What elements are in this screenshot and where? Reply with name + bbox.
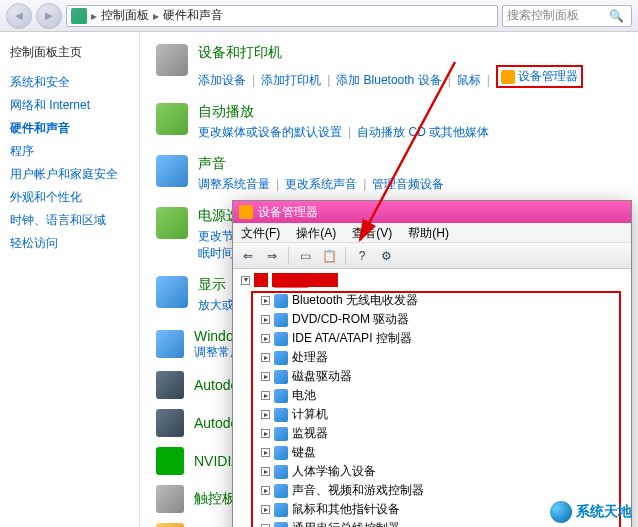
back-button[interactable]: ◄ xyxy=(6,3,32,29)
separator: | xyxy=(276,177,279,191)
menubar: 文件(F)操作(A)查看(V)帮助(H) xyxy=(233,223,631,243)
sidebar-item[interactable]: 硬件和声音 xyxy=(10,117,129,140)
separator xyxy=(345,247,346,265)
menu-item[interactable]: 操作(A) xyxy=(288,223,344,242)
category-icon xyxy=(156,44,188,76)
toolbar-forward-button[interactable]: ⇒ xyxy=(261,246,283,266)
separator: | xyxy=(487,73,490,87)
sidebar-item[interactable]: 轻松访问 xyxy=(10,232,129,255)
annotation-box xyxy=(251,291,621,527)
applet-icon xyxy=(156,330,184,358)
sidebar-item[interactable]: 时钟、语言和区域 xyxy=(10,209,129,232)
category-icon xyxy=(156,207,188,239)
sidebar-title: 控制面板主页 xyxy=(10,44,129,61)
applet-icon xyxy=(156,447,184,475)
category-link[interactable]: 鼠标 xyxy=(457,73,481,87)
breadcrumb[interactable]: ▸ 控制面板 ▸ 硬件和声音 xyxy=(66,5,498,27)
category: 声音调整系统音量|更改系统声音|管理音频设备 xyxy=(156,155,622,193)
collapse-icon[interactable]: ▾ xyxy=(241,276,250,285)
applet-icon xyxy=(156,485,184,513)
menu-item[interactable]: 查看(V) xyxy=(344,223,400,242)
tree-root[interactable]: ▾ ████ xyxy=(241,273,623,287)
category-link[interactable]: 更改系统声音 xyxy=(285,177,357,191)
link-text: 设备管理器 xyxy=(518,68,578,85)
search-icon[interactable]: 🔍 xyxy=(609,9,624,23)
device-manager-link[interactable]: 设备管理器 xyxy=(496,65,583,88)
category-link[interactable]: 添加设备 xyxy=(198,73,246,87)
category-link[interactable]: 调整系统音量 xyxy=(198,177,270,191)
category-icon xyxy=(156,155,188,187)
applet-icon xyxy=(156,409,184,437)
toolbar-back-button[interactable]: ⇐ xyxy=(237,246,259,266)
applet-title[interactable]: 触控板 xyxy=(194,490,236,508)
category-title[interactable]: 设备和打印机 xyxy=(198,44,583,62)
device-tree: ▾ ████ ▸Bluetooth 无线电收发器▸DVD/CD-ROM 驱动器▸… xyxy=(233,269,631,527)
category-link[interactable]: 管理音频设备 xyxy=(372,177,444,191)
applet-icon xyxy=(156,523,184,528)
category-icon xyxy=(156,276,188,308)
category-links: 调整系统音量|更改系统声音|管理音频设备 xyxy=(198,176,444,193)
breadcrumb-current[interactable]: 硬件和声音 xyxy=(159,7,227,24)
menu-item[interactable]: 帮助(H) xyxy=(400,223,457,242)
window-titlebar[interactable]: 设备管理器 xyxy=(233,201,631,223)
separator: | xyxy=(348,125,351,139)
category-link[interactable]: 添加 Bluetooth 设备 xyxy=(336,73,441,87)
separator: | xyxy=(327,73,330,87)
category-icon xyxy=(156,103,188,135)
sidebar: 控制面板主页 系统和安全网络和 Internet硬件和声音程序用户帐户和家庭安全… xyxy=(0,32,140,527)
toolbar-help-button[interactable]: ? xyxy=(351,246,373,266)
shield-icon xyxy=(501,70,515,84)
category-link[interactable]: 自动播放 CD 或其他媒体 xyxy=(357,125,489,139)
sidebar-item[interactable]: 外观和个性化 xyxy=(10,186,129,209)
forward-button[interactable]: ► xyxy=(36,3,62,29)
category: 自动播放更改媒体或设备的默认设置|自动播放 CD 或其他媒体 xyxy=(156,103,622,141)
toolbar-properties-button[interactable]: ▭ xyxy=(294,246,316,266)
toolbar: ⇐ ⇒ ▭ 📋 ? ⚙ xyxy=(233,243,631,269)
address-bar: ◄ ► ▸ 控制面板 ▸ 硬件和声音 搜索控制面板 🔍 xyxy=(0,0,638,32)
separator: | xyxy=(448,73,451,87)
category-title[interactable]: 声音 xyxy=(198,155,444,173)
device-manager-window: 设备管理器 文件(F)操作(A)查看(V)帮助(H) ⇐ ⇒ ▭ 📋 ? ⚙ ▾… xyxy=(232,200,632,527)
separator: | xyxy=(252,73,255,87)
computer-name: ████ xyxy=(272,273,338,287)
category: 设备和打印机添加设备|添加打印机|添加 Bluetooth 设备|鼠标|设备管理… xyxy=(156,44,622,89)
menu-item[interactable]: 文件(F) xyxy=(233,223,288,242)
separator xyxy=(288,247,289,265)
search-input[interactable]: 搜索控制面板 🔍 xyxy=(502,5,632,27)
applet-icon xyxy=(156,371,184,399)
sidebar-item[interactable]: 程序 xyxy=(10,140,129,163)
device-manager-icon xyxy=(239,205,253,219)
separator: | xyxy=(363,177,366,191)
sidebar-item[interactable]: 系统和安全 xyxy=(10,71,129,94)
category-link[interactable]: 更改媒体或设备的默认设置 xyxy=(198,125,342,139)
category-links: 添加设备|添加打印机|添加 Bluetooth 设备|鼠标|设备管理器 xyxy=(198,65,583,89)
toolbar-scan-button[interactable]: ⚙ xyxy=(375,246,397,266)
search-placeholder: 搜索控制面板 xyxy=(507,7,579,24)
category-link[interactable]: 添加打印机 xyxy=(261,73,321,87)
category-title[interactable]: 自动播放 xyxy=(198,103,489,121)
control-panel-icon xyxy=(71,8,87,24)
computer-icon xyxy=(254,273,268,287)
toolbar-refresh-button[interactable]: 📋 xyxy=(318,246,340,266)
window-title: 设备管理器 xyxy=(258,204,318,221)
category-links: 更改媒体或设备的默认设置|自动播放 CD 或其他媒体 xyxy=(198,124,489,141)
sidebar-item[interactable]: 用户帐户和家庭安全 xyxy=(10,163,129,186)
breadcrumb-root[interactable]: 控制面板 xyxy=(97,7,153,24)
sidebar-item[interactable]: 网络和 Internet xyxy=(10,94,129,117)
